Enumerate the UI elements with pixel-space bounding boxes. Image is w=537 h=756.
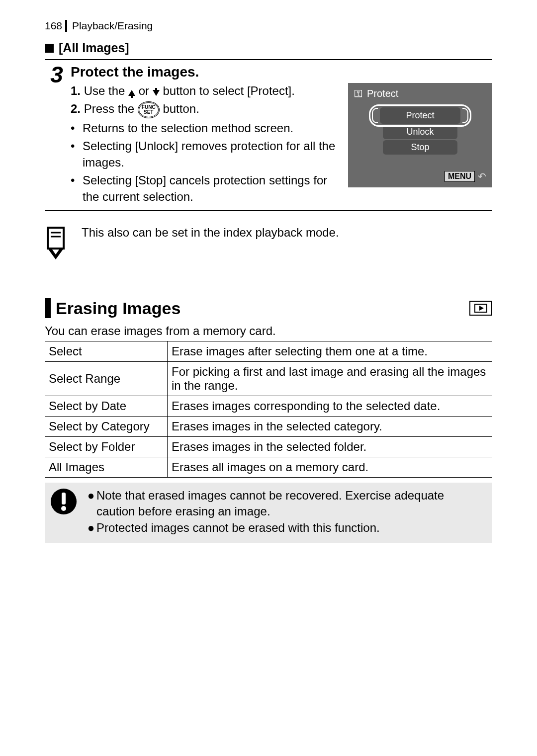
playback-mode-icon (469, 301, 492, 316)
page-number: 168 (45, 20, 67, 32)
erasing-heading: Erasing Images (45, 298, 492, 318)
table-row: Select by CategoryErases images in the s… (45, 417, 492, 437)
bullet-1: Returns to the selection method screen. (83, 120, 343, 136)
cell-desc: For picking a first and last image and e… (168, 362, 493, 396)
line1-b: or (139, 84, 153, 97)
line1-a: Use the (84, 84, 128, 97)
back-arrow-icon: ↶ (478, 170, 486, 182)
line2-b: button. (163, 102, 199, 115)
key-icon: ⚿ (354, 88, 363, 99)
cell-desc: Erases images in the selected category. (168, 417, 493, 437)
up-arrow-icon (128, 84, 135, 100)
cell-label: Select by Date (45, 396, 168, 417)
section-bar-icon (45, 298, 51, 318)
caution-icon (50, 488, 78, 515)
step-3-block: 3 Protect the images. 1. Use the or butt… (45, 59, 492, 211)
all-images-heading: [All Images] (45, 41, 492, 55)
note-icon (45, 226, 70, 263)
line1-c: button to select [Protect]. (163, 84, 294, 97)
cell-desc: Erase images after selecting them one at… (168, 341, 493, 362)
erasing-desc: You can erase images from a memory card. (45, 324, 492, 338)
erasing-title: Erasing Images (56, 299, 180, 318)
cell-label: Select (45, 341, 168, 362)
camera-option-protect: Protect (380, 107, 460, 124)
camera-menu-indicator: MENU ↶ (445, 170, 486, 182)
svg-rect-0 (48, 228, 64, 249)
svg-rect-8 (62, 493, 66, 504)
cell-label: Select by Category (45, 417, 168, 437)
caution-2: Protected images cannot be erased with t… (96, 520, 485, 536)
camera-menu-label: MENU (445, 171, 475, 182)
table-row: SelectErase images after selecting them … (45, 341, 492, 362)
caution-1: Note that erased images cannot be recove… (96, 488, 485, 520)
down-arrow-icon (153, 84, 160, 100)
camera-option-stop: Stop (383, 140, 457, 155)
cell-label: Select by Folder (45, 437, 168, 457)
table-row: Select by FolderErases images in the sel… (45, 437, 492, 457)
table-row: All ImagesErases all images on a memory … (45, 457, 492, 478)
manual-page: 168 Playback/Erasing [All Images] 3 Prot… (0, 0, 537, 756)
step-number: 3 (45, 63, 69, 86)
func-set-button-icon: FUNC SET (138, 101, 160, 118)
all-images-label: [All Images] (59, 41, 129, 55)
cell-desc: Erases images corresponding to the selec… (168, 396, 493, 417)
step-instructions: 1. Use the or button to select [Protect]… (71, 83, 348, 205)
note-text: This also can be set in the index playba… (82, 226, 339, 240)
svg-marker-6 (479, 306, 484, 311)
square-bullet-icon (45, 44, 54, 53)
step-title: Protect the images. (71, 64, 492, 80)
breadcrumb: Playback/Erasing (72, 20, 153, 32)
bullet-2: Selecting [Unlock] removes protection fo… (83, 138, 343, 170)
line2-a: Press the (84, 102, 138, 115)
table-row: Select by DateErases images correspondin… (45, 396, 492, 417)
note-block: This also can be set in the index playba… (45, 226, 492, 263)
cell-label: All Images (45, 457, 168, 478)
camera-screen-illustration: ⚿ Protect Protect Unlock Stop MENU ↶ (348, 83, 492, 187)
caution-block: ●Note that erased images cannot be recov… (45, 483, 492, 543)
page-header: 168 Playback/Erasing (45, 20, 492, 32)
cell-label: Select Range (45, 362, 168, 396)
cell-desc: Erases images in the selected folder. (168, 437, 493, 457)
camera-title: Protect (367, 88, 398, 99)
cell-desc: Erases all images on a memory card. (168, 457, 493, 478)
svg-point-9 (61, 506, 66, 511)
table-row: Select RangeFor picking a first and last… (45, 362, 492, 396)
bullet-3: Selecting [Stop] cancels protection sett… (83, 172, 343, 205)
camera-option-unlock: Unlock (383, 125, 457, 139)
erase-options-table: SelectErase images after selecting them … (45, 341, 492, 478)
